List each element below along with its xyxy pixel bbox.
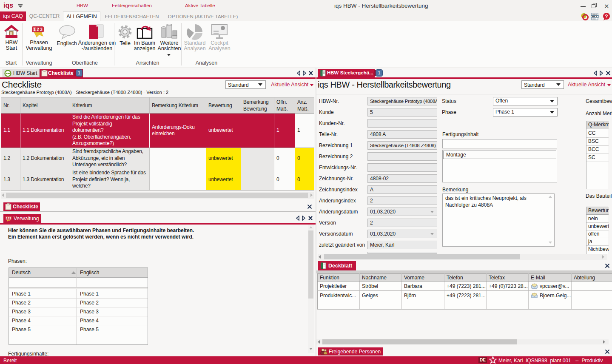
svg-text:1: 1 (33, 27, 36, 32)
svg-text:123: 123 (6, 216, 11, 220)
svg-text:3: 3 (40, 27, 43, 32)
svg-text:2: 2 (37, 27, 39, 32)
svg-text:?: ? (605, 14, 608, 20)
